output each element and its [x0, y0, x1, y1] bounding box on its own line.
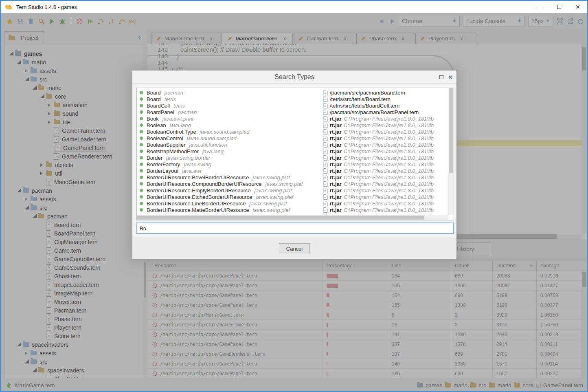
type-result-row[interactable]: Board tetris ‹› /tetris/src/tetris/Board…: [137, 96, 448, 102]
maximize-icon: [557, 5, 561, 9]
dialog-vscrollbar-thumb[interactable]: [449, 88, 453, 173]
type-location: rt.jar: [330, 161, 342, 167]
type-package: javax.swing.plaf: [252, 174, 290, 181]
type-package: java.awt: [182, 168, 202, 174]
tern-file-icon: ‹›: [323, 103, 328, 108]
type-location: /tetris/src/tetris/BoardCell.tern: [330, 103, 399, 109]
type-location: rt.jar: [330, 129, 342, 135]
tern-file-icon: ‹›: [323, 116, 328, 121]
dialog-vscrollbar[interactable]: [448, 88, 454, 215]
type-result-row[interactable]: Board pacman ‹› /pacman/src/pacman/Board…: [137, 89, 448, 96]
type-package: pacman: [178, 109, 197, 115]
jar-path: C:\Program Files\Java\jre1.8.0_181\lib: [344, 155, 434, 161]
type-result-row[interactable]: Book java.awt.print ‹› rt.jarC:\Program …: [137, 115, 448, 122]
type-result-row[interactable]: BorderUIResource.EmptyBorderUIResource j…: [137, 187, 448, 194]
svg-text:‹›: ‹›: [324, 156, 326, 159]
jar-path: C:\Program Files\Java\jre1.8.0_181\lib: [344, 200, 434, 207]
type-name: BorderUIResource.LineBorderUIResource: [147, 200, 246, 207]
dialog-title: Search Types: [274, 73, 314, 81]
minimize-button[interactable]: —: [531, 1, 550, 13]
tern-file-icon: ‹›: [323, 162, 328, 167]
tern-file-icon: ‹›: [323, 155, 328, 161]
jar-path: C:\Program Files\Java\jre1.8.0_181\lib: [344, 129, 434, 135]
type-result-row[interactable]: BooleanSupplier java.util.function ‹› rt…: [137, 141, 448, 148]
type-name: BorderUIResource.MatteBorderUIResource: [147, 207, 249, 213]
tern-file-icon: ‹›: [323, 188, 328, 193]
type-result-row[interactable]: BorderUIResource.EtchedBorderUIResource …: [137, 194, 448, 200]
search-types-dialog: Search Types × Board pacman ‹› /pacman/s…: [132, 70, 457, 260]
tern-file-icon: ‹›: [323, 142, 328, 148]
type-search-input[interactable]: [136, 222, 454, 234]
tern-file-icon: ‹›: [323, 129, 328, 134]
tern-file-icon: ‹›: [323, 175, 328, 180]
svg-text:‹›: ‹›: [324, 98, 326, 101]
svg-text:‹›: ‹›: [324, 189, 326, 192]
type-location: rt.jar: [330, 174, 342, 181]
type-name: BooleanControl.Type: [147, 129, 196, 135]
tern-file-icon: ‹›: [323, 90, 328, 95]
type-result-row[interactable]: BorderUIResource.CompoundBorderUIResourc…: [137, 181, 448, 187]
type-result-row[interactable]: BorderFactory javax.swing ‹› rt.jarC:\Pr…: [137, 161, 448, 167]
type-name: Border: [147, 155, 162, 161]
svg-text:‹›: ‹›: [324, 104, 326, 107]
dialog-hscrollbar[interactable]: [137, 215, 448, 220]
type-result-row[interactable]: BorderUIResource.MatteBorderUIResource j…: [137, 207, 448, 213]
svg-text:‹›: ‹›: [324, 176, 326, 179]
type-dot-icon: [140, 189, 143, 192]
svg-text:‹›: ‹›: [324, 170, 326, 172]
type-result-row[interactable]: Boolean java.lang ‹› rt.jarC:\Program Fi…: [137, 122, 448, 128]
tern-file-icon: ‹›: [323, 201, 328, 206]
type-dot-icon: [140, 169, 143, 172]
svg-text:‹›: ‹›: [324, 183, 326, 185]
svg-text:‹›: ‹›: [324, 209, 326, 211]
type-location: rt.jar: [330, 187, 342, 194]
jar-path: C:\Program Files\Java\jre1.8.0_181\lib: [344, 194, 434, 200]
type-name: BorderLayout: [147, 168, 178, 174]
type-name: BooleanControl: [147, 135, 183, 141]
svg-text:‹›: ‹›: [324, 91, 326, 94]
type-dot-icon: [140, 97, 143, 101]
jar-path: C:\Program Files\Java\jre1.8.0_181\lib: [344, 122, 434, 128]
type-location: /pacman/src/pacman/Board.tern: [330, 90, 405, 96]
tern-file-icon: ‹›: [323, 168, 328, 174]
svg-text:‹›: ‹›: [324, 117, 326, 120]
type-package: javax.swing.plaf: [265, 181, 303, 187]
cancel-button[interactable]: Cancel: [279, 243, 310, 254]
type-location: rt.jar: [330, 122, 342, 128]
type-package: pacman: [165, 90, 183, 96]
type-result-row[interactable]: BooleanControl.Type javax.sound.sampled …: [137, 128, 448, 135]
type-result-row[interactable]: BoardPanel pacman ‹› /pacman/src/pacman/…: [137, 109, 448, 115]
type-name: BooleanSupplier: [147, 142, 185, 148]
type-dot-icon: [140, 137, 143, 140]
type-package: javax.swing.plaf: [255, 187, 292, 194]
type-dot-icon: [140, 143, 143, 146]
type-result-row[interactable]: BoardCell tetris ‹› /tetris/src/tetris/B…: [137, 102, 448, 109]
type-dot-icon: [140, 176, 143, 179]
close-button[interactable]: ×: [568, 1, 587, 13]
type-result-row[interactable]: BorderUIResource.LineBorderUIResource ja…: [137, 200, 448, 207]
jar-path: C:\Program Files\Java\jre1.8.0_181\lib: [344, 181, 434, 187]
tern-file-icon: ‹›: [323, 194, 328, 200]
tern-file-icon: ‹›: [323, 136, 328, 141]
title-bar: Tern Studio 1.4.6 - games — ×: [1, 1, 587, 13]
type-package: javax.swing.plaf: [252, 207, 290, 213]
type-result-list: Board pacman ‹› /pacman/src/pacman/Board…: [136, 88, 454, 220]
type-result-row[interactable]: BorderLayout java.awt ‹› rt.jarC:\Progra…: [137, 167, 448, 174]
type-result-row[interactable]: Border javax.swing.border ‹› rt.jarC:\Pr…: [137, 154, 448, 161]
type-dot-icon: [140, 117, 143, 120]
type-dot-icon: [140, 163, 143, 166]
dialog-hscrollbar-thumb[interactable]: [137, 216, 424, 220]
type-result-row[interactable]: BorderUIResource.BevelBorderUIResource j…: [137, 174, 448, 181]
type-result-row[interactable]: BootstrapMethodError java.lang ‹› rt.jar…: [137, 148, 448, 154]
type-location: rt.jar: [330, 116, 342, 122]
dialog-maximize-icon[interactable]: [439, 75, 443, 79]
type-result-row[interactable]: BooleanControl javax.sound.sampled ‹› rt…: [137, 135, 448, 141]
dialog-close-icon[interactable]: ×: [448, 74, 452, 81]
type-package: tetris: [173, 103, 185, 109]
maximize-button[interactable]: [550, 1, 568, 13]
window-title: Tern Studio 1.4.6 - games: [16, 4, 77, 10]
type-dot-icon: [140, 110, 143, 114]
svg-text:‹›: ‹›: [324, 124, 326, 127]
svg-text:‹›: ‹›: [324, 202, 326, 205]
type-location: rt.jar: [330, 142, 342, 148]
